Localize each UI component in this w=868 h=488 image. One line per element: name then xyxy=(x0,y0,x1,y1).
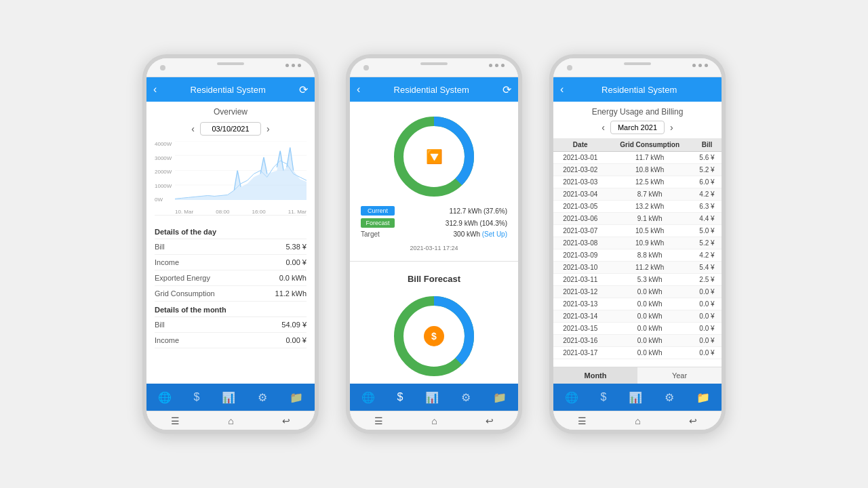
phone-3: ‹ Residential System Energy Usage and Bi… xyxy=(549,54,726,434)
refresh-icon-2[interactable]: ⟳ xyxy=(502,83,511,96)
table-row: 2021-03-0513.2 kWh6.3 ¥ xyxy=(553,201,722,213)
phone-speaker-2 xyxy=(420,62,448,65)
table-cell: 0.0 kWh xyxy=(607,347,692,359)
phone-dot xyxy=(495,64,498,67)
phone-top-bar-1 xyxy=(146,58,315,77)
nav-globe-3[interactable]: 🌐 xyxy=(559,388,584,407)
table-cell: 2021-03-10 xyxy=(553,262,607,274)
nav-folder-1[interactable]: 📁 xyxy=(284,388,309,407)
table-cell: 0.0 kWh xyxy=(607,323,692,335)
table-row: 2021-03-150.0 kWh0.0 ¥ xyxy=(553,323,722,335)
table-cell: 2021-03-12 xyxy=(553,286,607,298)
x-label: 16:00 xyxy=(252,209,266,215)
overview-title: Overview xyxy=(155,107,307,117)
nav-folder-3[interactable]: 📁 xyxy=(691,388,715,407)
phone-1-scroll[interactable]: Overview ‹ › 4000W 3000W 2000W 1000W xyxy=(146,102,315,384)
nav-gear-3[interactable]: ⚙ xyxy=(659,388,679,407)
month-prev-btn[interactable]: ‹ xyxy=(601,122,605,133)
billing-table: Date Grid Consumption Bill 2021-03-0111.… xyxy=(553,138,722,359)
detail-value: 54.09 ¥ xyxy=(281,321,307,329)
home-btn-2[interactable]: ⌂ xyxy=(431,415,437,426)
energy-donut-icon: 🔽 xyxy=(426,148,443,165)
phone-dots-1 xyxy=(285,64,301,67)
table-row: 2021-03-120.0 kWh0.0 ¥ xyxy=(553,286,722,298)
phone-3-scroll[interactable]: Energy Usage and Billing ‹ › Date Grid C… xyxy=(553,102,722,364)
setup-link[interactable]: (Set Up) xyxy=(482,230,507,238)
table-cell: 2021-03-11 xyxy=(553,274,607,286)
menu-btn-3[interactable]: ☰ xyxy=(578,415,587,426)
table-cell: 0.0 ¥ xyxy=(692,323,722,335)
nav-dollar-2[interactable]: $ xyxy=(392,388,409,406)
bill-forecast-section: Bill Forecast $ Current xyxy=(350,264,518,384)
y-label: 2000W xyxy=(155,169,172,175)
forecast-badge: Forecast xyxy=(361,218,395,228)
phone-dot xyxy=(489,64,492,67)
home-btn-3[interactable]: ⌂ xyxy=(635,415,640,426)
table-cell: 6.3 ¥ xyxy=(692,201,722,213)
col-bill: Bill xyxy=(692,138,722,152)
table-cell: 8.8 kWh xyxy=(607,249,692,262)
month-input[interactable] xyxy=(610,121,665,134)
back-btn-3[interactable]: ↩ xyxy=(689,415,697,426)
date-prev-btn[interactable]: ‹ xyxy=(191,123,195,134)
nav-folder-2[interactable]: 📁 xyxy=(488,388,512,407)
table-cell: 0.0 ¥ xyxy=(692,310,722,323)
phone-dot xyxy=(698,64,702,67)
details-month-header: Details of the month xyxy=(155,302,307,317)
tab-month[interactable]: Month xyxy=(553,367,637,384)
table-cell: 2021-03-09 xyxy=(553,249,607,262)
col-date: Date xyxy=(553,138,607,152)
home-btn-1[interactable]: ⌂ xyxy=(228,415,233,426)
table-cell: 5.6 ¥ xyxy=(692,152,722,164)
back-btn-2[interactable]: ↩ xyxy=(486,415,494,426)
detail-label: Exported Energy xyxy=(155,274,210,282)
nav-globe-1[interactable]: 🌐 xyxy=(153,388,177,407)
table-cell: 5.3 kWh xyxy=(607,274,692,286)
energy-forecast-section: 🔽 Current 112.7 kWh (37.6%) Forecast 312… xyxy=(350,102,518,258)
menu-btn-2[interactable]: ☰ xyxy=(374,415,383,426)
date-input[interactable] xyxy=(200,122,261,136)
date-next-btn[interactable]: › xyxy=(267,123,270,134)
detail-value: 0.00 ¥ xyxy=(285,258,307,266)
table-row: 2021-03-1011.2 kWh5.4 ¥ xyxy=(553,262,722,274)
overview-section: Overview ‹ › 4000W 3000W 2000W 1000W xyxy=(146,102,315,224)
y-label: 4000W xyxy=(155,141,172,147)
phone-dots-3 xyxy=(692,64,708,67)
detail-row-bill: Bill 5.38 ¥ xyxy=(155,239,307,255)
nav-chart-3[interactable]: 📊 xyxy=(623,388,648,407)
nav-chart-1[interactable]: 📊 xyxy=(216,388,241,407)
table-cell: 0.0 kWh xyxy=(607,298,692,310)
x-label: 11. Mar xyxy=(288,209,307,215)
nav-globe-2[interactable]: 🌐 xyxy=(356,388,380,407)
target-value: 300 kWh (Set Up) xyxy=(454,230,507,238)
table-cell: 0.0 ¥ xyxy=(692,286,722,298)
phone-2-scroll[interactable]: 🔽 Current 112.7 kWh (37.6%) Forecast 312… xyxy=(350,102,518,384)
nav-dollar-3[interactable]: $ xyxy=(595,388,612,406)
back-btn-1[interactable]: ↩ xyxy=(282,415,290,426)
app-header-3: ‹ Residential System xyxy=(553,77,722,102)
nav-gear-1[interactable]: ⚙ xyxy=(252,388,273,407)
phone-speaker-3 xyxy=(624,62,651,65)
menu-btn-1[interactable]: ☰ xyxy=(171,415,180,426)
refresh-icon-1[interactable]: ⟳ xyxy=(299,83,308,96)
tab-year[interactable]: Year xyxy=(637,367,722,384)
phone-1: ‹ Residential System ⟳ Overview ‹ › xyxy=(142,54,319,434)
month-next-btn[interactable]: › xyxy=(670,122,673,133)
table-cell: 2021-03-02 xyxy=(553,164,607,176)
detail-label: Bill xyxy=(155,243,165,251)
detail-label: Income xyxy=(155,258,179,266)
nav-chart-2[interactable]: 📊 xyxy=(420,388,444,407)
table-cell: 2021-03-01 xyxy=(553,152,607,164)
table-cell: 0.0 kWh xyxy=(607,286,692,298)
phone-dot xyxy=(705,64,708,67)
legend-row-target: Target 300 kWh (Set Up) xyxy=(361,230,507,238)
phone-dot xyxy=(285,64,289,67)
table-row: 2021-03-098.8 kWh4.2 ¥ xyxy=(553,249,722,262)
table-cell: 2021-03-03 xyxy=(553,176,607,188)
nav-gear-2[interactable]: ⚙ xyxy=(456,388,476,407)
detail-label: Grid Consumption xyxy=(155,289,215,298)
detail-value: 0.00 ¥ xyxy=(285,336,307,344)
nav-dollar-1[interactable]: $ xyxy=(189,388,205,406)
table-row: 2021-03-0210.8 kWh5.2 ¥ xyxy=(553,164,722,176)
bottom-nav-3: 🌐 $ 📊 ⚙ 📁 xyxy=(553,384,722,411)
